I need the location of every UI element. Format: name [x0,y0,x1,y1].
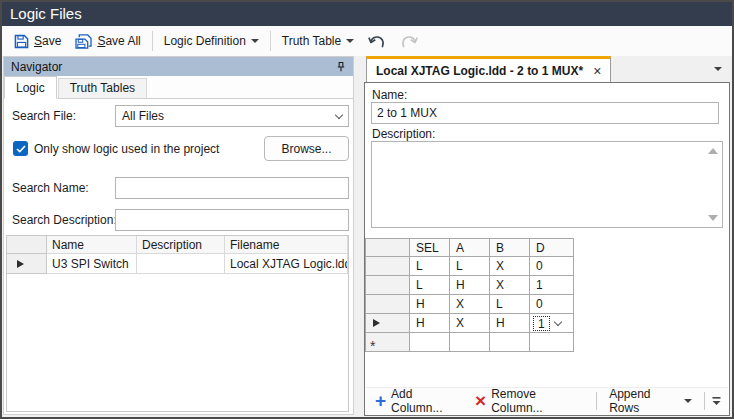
table-header-row: Name Description Filename [7,236,348,254]
save-icon [14,34,29,49]
tab-truth-tables[interactable]: Truth Tables [58,78,147,98]
table-row[interactable]: L L X 0 [366,257,574,276]
column-header-b[interactable]: B [490,239,530,257]
tab-logic[interactable]: Logic [4,76,57,99]
pin-icon[interactable] [336,61,346,73]
redo-button[interactable] [393,31,425,52]
row-selector-cell[interactable] [366,314,410,333]
search-description-label: Search Description: [12,213,117,227]
table-row[interactable]: L H X 1 [366,276,574,295]
table-row[interactable]: H X L 0 [366,295,574,314]
column-header-filename[interactable]: Filename [225,236,348,254]
cell[interactable]: X [490,276,530,295]
add-icon: + [375,394,386,408]
toolbar-overflow-button[interactable] [712,396,721,406]
only-show-logic-checkbox[interactable] [13,141,28,156]
search-description-input[interactable] [115,209,349,231]
column-header-d[interactable]: D [530,239,574,257]
cell[interactable]: X [450,295,490,314]
scroll-up-icon[interactable] [708,148,718,154]
chevron-down-icon [684,399,692,403]
current-row-icon [373,319,380,327]
logic-definition-dropdown[interactable]: Logic Definition [157,31,266,51]
toolbar-separator [270,31,271,51]
table-new-row[interactable]: * [366,333,574,352]
name-label: Name: [372,88,407,102]
cell[interactable]: 0 [530,257,574,276]
remove-column-button[interactable]: × Remove Column... [470,385,589,417]
cell[interactable] [410,333,450,352]
only-show-logic-label: Only show logic used in the project [34,142,219,156]
close-icon[interactable]: × [593,64,601,78]
chevron-down-icon [251,39,259,43]
column-header-sel[interactable]: SEL [410,239,450,257]
cell[interactable]: H [410,314,450,333]
truth-table-header-row: SEL A B D [366,239,574,257]
cell[interactable]: X [450,314,490,333]
new-row-icon: * [370,335,375,349]
cell[interactable] [450,333,490,352]
document-tab[interactable]: Local XJTAG Logic.ldd - 2 to 1 MUX* × [366,56,611,82]
row-selector-cell[interactable] [366,276,410,295]
browse-button-label: Browse... [281,142,331,156]
page-title: Logic Files [2,2,732,26]
save-all-button[interactable]: Save All [68,31,147,52]
table-row-current[interactable]: H X H 1 [366,314,574,333]
row-selector-cell[interactable] [366,257,410,276]
browse-button[interactable]: Browse... [264,136,349,161]
search-file-value: All Files [122,109,164,123]
cell-description[interactable] [137,254,225,274]
table-row[interactable]: U3 SPI Switch Local XJTAG Logic.ldd [7,254,348,274]
truth-table-label: Truth Table [282,34,341,48]
cell[interactable]: 0 [530,295,574,314]
navigator-title: Navigator [11,60,62,74]
cell-editing[interactable]: 1 [530,314,574,333]
row-selector-cell[interactable] [366,295,410,314]
add-column-button[interactable]: + Add Column... [370,385,467,417]
check-icon [16,145,26,153]
toolbar-separator [152,31,153,51]
description-label: Description: [372,127,435,141]
description-textarea[interactable] [371,141,723,228]
cell[interactable]: L [490,295,530,314]
navigator-header: Navigator [4,57,353,76]
cell[interactable]: L [450,257,490,276]
undo-button[interactable] [361,31,393,52]
remove-column-label: Remove Column... [491,387,584,415]
cell[interactable]: L [410,276,450,295]
cell[interactable]: 1 [530,276,574,295]
cell[interactable] [530,333,574,352]
save-button[interactable]: Save [7,31,68,52]
document-tabstrip: Local XJTAG Logic.ldd - 2 to 1 MUX* × [364,56,730,82]
save-label: Save [34,34,61,48]
row-selector-cell[interactable] [7,254,47,274]
cell-name[interactable]: U3 SPI Switch [47,254,137,274]
row-selector-header[interactable] [366,239,410,257]
scroll-down-icon[interactable] [708,215,718,221]
name-input[interactable] [371,102,719,124]
logic-files-table: Name Description Filename U3 SPI Switch … [6,235,349,412]
cell[interactable]: H [490,314,530,333]
column-header-description[interactable]: Description [137,236,225,254]
column-header-a[interactable]: A [450,239,490,257]
search-file-combo[interactable]: All Files [115,105,349,127]
cell[interactable]: H [410,295,450,314]
search-name-input[interactable] [115,177,349,199]
truth-table-toolbar: + Add Column... × Remove Column... Appen… [366,387,728,414]
cell[interactable]: X [490,257,530,276]
cell[interactable]: H [450,276,490,295]
tab-list-dropdown-icon[interactable] [714,67,722,71]
truth-table-dropdown[interactable]: Truth Table [275,31,361,51]
cell[interactable]: L [410,257,450,276]
append-rows-dropdown[interactable]: Append Rows [604,385,697,417]
chevron-down-icon[interactable] [553,317,561,325]
cell[interactable] [490,333,530,352]
overflow-icon [712,396,721,406]
column-header-name[interactable]: Name [47,236,137,254]
remove-icon: × [475,394,486,408]
cell-filename[interactable]: Local XJTAG Logic.ldd [225,254,348,274]
row-selector-header[interactable] [7,236,47,254]
cell-edit-value[interactable]: 1 [533,316,550,331]
new-row-selector-cell[interactable]: * [366,333,410,352]
chevron-down-icon [335,110,343,118]
